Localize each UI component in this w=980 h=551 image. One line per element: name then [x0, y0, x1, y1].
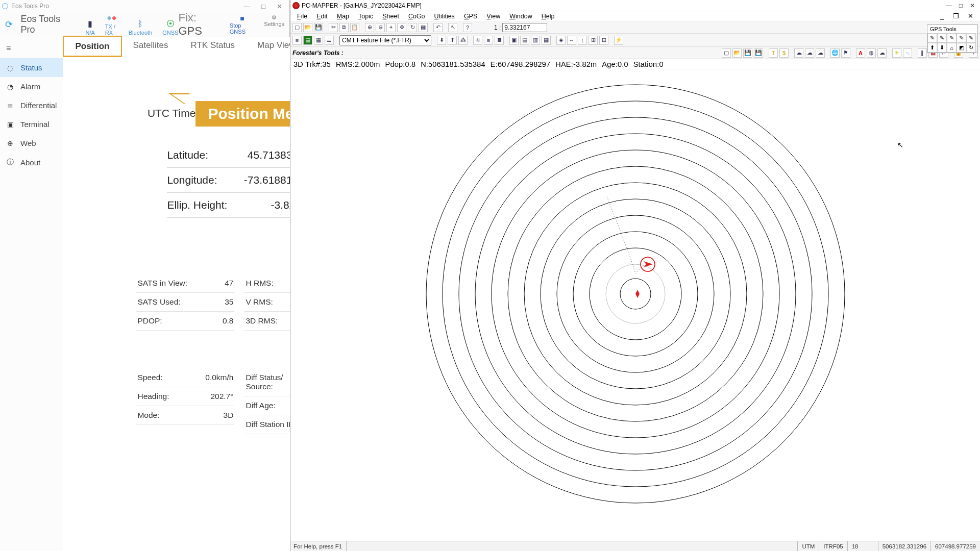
gps-tool-6[interactable]: ⬆: [927, 43, 937, 53]
close-button[interactable]: ✕: [970, 2, 975, 9]
maximize-button[interactable]: □: [261, 3, 265, 10]
refresh-button[interactable]: ↻: [408, 23, 417, 32]
mdi-close-button[interactable]: ✕: [964, 12, 977, 20]
sidebar-item-terminal[interactable]: ▣Terminal: [0, 115, 63, 134]
gnss-indicator[interactable]: ⦿GNSS: [162, 19, 178, 36]
ft-c3-button[interactable]: ☁: [816, 48, 825, 58]
tree-button[interactable]: ▤: [303, 36, 312, 45]
hamburger-button[interactable]: ≡: [0, 39, 63, 58]
paste-button[interactable]: 📋: [350, 23, 359, 32]
tab-rtk-status[interactable]: RTK Status: [179, 36, 246, 57]
ft-save-button[interactable]: 💾: [743, 48, 752, 58]
feature-file-select[interactable]: CMT Feature File (*.FTR): [339, 35, 431, 45]
minimize-button[interactable]: —: [946, 2, 952, 9]
minimize-button[interactable]: —: [243, 3, 250, 10]
sidebar-item-web[interactable]: ⊕Web: [0, 134, 63, 153]
ft-c1-button[interactable]: ☁: [794, 48, 803, 58]
gps-tool-1[interactable]: ✎: [927, 33, 937, 43]
gps-tool-7[interactable]: ⬇: [937, 43, 947, 53]
tool-i-button[interactable]: ◈: [556, 36, 566, 45]
menu-file[interactable]: File: [293, 12, 311, 20]
menu-view[interactable]: View: [483, 12, 504, 20]
scale-input[interactable]: [502, 23, 547, 32]
menu-edit[interactable]: Edit: [313, 12, 331, 20]
stop-gnss-button[interactable]: ■Stop GNSS: [230, 14, 255, 35]
tool-k-button[interactable]: ↕: [578, 36, 587, 45]
menu-map[interactable]: Map: [333, 12, 353, 20]
open-button[interactable]: 📂: [303, 23, 312, 32]
sidebar-item-alarm[interactable]: ◔Alarm: [0, 77, 63, 96]
menu-cogo[interactable]: CoGo: [405, 12, 429, 20]
sheet-button[interactable]: ▦: [314, 36, 323, 45]
gps-tools-palette[interactable]: GPS Tools ✎ ✎ ✎ ✎ ✎ ⬆ ⬇ ⌂ ◩ ↻: [927, 24, 978, 53]
tool-h-button[interactable]: ▦: [542, 36, 551, 45]
close-button[interactable]: ✕: [277, 3, 282, 10]
mdi-restore-button[interactable]: ❐: [949, 12, 963, 20]
list-button[interactable]: ≡: [292, 36, 302, 45]
txrx-indicator[interactable]: ●●TX / RX: [105, 13, 118, 36]
zoom-fit-button[interactable]: ⌖: [386, 23, 396, 32]
mdi-minimize-button[interactable]: _: [937, 12, 947, 20]
gps-tool-9[interactable]: ◩: [957, 43, 966, 53]
ft-new-button[interactable]: ▢: [722, 48, 731, 58]
menu-gps[interactable]: GPS: [460, 12, 481, 20]
tab-position[interactable]: Position: [63, 36, 121, 57]
ft-sun-button[interactable]: ☀: [892, 48, 901, 58]
gps-tool-10[interactable]: ↻: [966, 43, 976, 53]
tool-j-button[interactable]: ↔: [567, 36, 576, 45]
tool-m-button[interactable]: ⊟: [599, 36, 608, 45]
save-button[interactable]: 💾: [314, 23, 323, 32]
gps-tool-2[interactable]: ✎: [937, 33, 947, 43]
tool-c-button[interactable]: ≡: [484, 36, 493, 45]
ft-area-button[interactable]: A: [856, 48, 865, 58]
copy-button[interactable]: ⧉: [339, 23, 349, 32]
sidebar-item-status[interactable]: ◌Status: [0, 58, 63, 77]
ft-t-button[interactable]: T: [769, 48, 778, 58]
zoom-out-button[interactable]: ⊖: [376, 23, 385, 32]
sidebar-item-about[interactable]: ⓘAbout: [0, 153, 63, 172]
ft-zone-button[interactable]: ◍: [867, 48, 876, 58]
menu-help[interactable]: Help: [538, 12, 558, 20]
tool-l-button[interactable]: ⊞: [589, 36, 598, 45]
zoom-in-button[interactable]: ⊕: [365, 23, 374, 32]
ft-s-button[interactable]: $: [779, 48, 789, 58]
gps-tool-4[interactable]: ✎: [957, 33, 966, 43]
menu-topic[interactable]: Topic: [355, 12, 377, 20]
menu-sheet[interactable]: Sheet: [379, 12, 403, 20]
pcm-map-canvas[interactable]: ↖: [290, 69, 980, 541]
ft-open-button[interactable]: 📂: [732, 48, 742, 58]
pointer-button[interactable]: ↖: [448, 23, 457, 32]
import-button[interactable]: ⬇: [437, 36, 446, 45]
cut-button[interactable]: ✂: [329, 23, 338, 32]
undo-button[interactable]: ↶: [433, 23, 443, 32]
maximize-button[interactable]: □: [959, 2, 963, 9]
ft-globe-button[interactable]: 🌐: [830, 48, 840, 58]
tool-a-button[interactable]: ⁂: [458, 36, 468, 45]
menu-utilities[interactable]: Utilities: [431, 12, 458, 20]
gps-tool-5[interactable]: ✎: [966, 33, 976, 43]
rows-button[interactable]: ☰: [325, 36, 334, 45]
pan-button[interactable]: ✥: [397, 23, 406, 32]
bluetooth-indicator[interactable]: ᛒBluetooth: [129, 19, 152, 36]
gps-tool-8[interactable]: ⌂: [947, 43, 957, 53]
ft-flag-button[interactable]: ⚑: [841, 48, 850, 58]
ft-save2-button[interactable]: 💾: [754, 48, 763, 58]
export-button[interactable]: ⬆: [448, 36, 457, 45]
grid-button[interactable]: ▦: [419, 23, 428, 32]
settings-button[interactable]: ⚙Settings: [264, 14, 284, 35]
new-button[interactable]: ▢: [292, 23, 302, 32]
gps-tool-3[interactable]: ✎: [947, 33, 957, 43]
menu-window[interactable]: Window: [506, 12, 535, 20]
tool-n-button[interactable]: ⚡: [614, 36, 623, 45]
tool-d-button[interactable]: ≣: [495, 36, 504, 45]
ft-cloud-button[interactable]: ☁: [877, 48, 887, 58]
ft-c2-button[interactable]: ☁: [805, 48, 814, 58]
tool-f-button[interactable]: ▤: [520, 36, 529, 45]
sidebar-item-differential[interactable]: ≣Differential: [0, 96, 63, 115]
tab-satellites[interactable]: Satellites: [122, 36, 180, 57]
help-context-button[interactable]: ?: [463, 23, 472, 32]
tool-g-button[interactable]: ▥: [531, 36, 540, 45]
na-indicator[interactable]: ▮N/A: [86, 19, 95, 36]
ft-bars-button[interactable]: ‖: [918, 48, 927, 58]
ft-line-button[interactable]: ⟍: [903, 48, 912, 58]
